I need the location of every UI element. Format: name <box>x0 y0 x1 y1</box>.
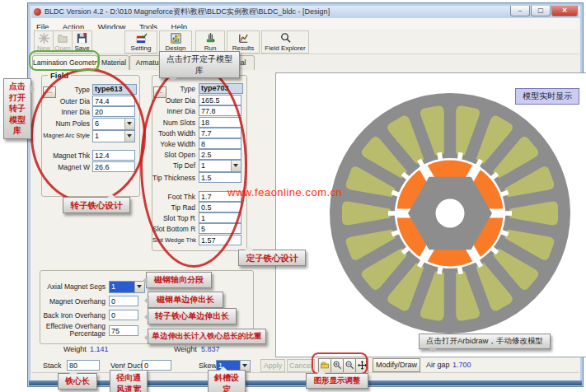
main-toolbar: New Open Save Setting Design Run <box>31 29 579 54</box>
tooth-width-input[interactable] <box>199 128 241 138</box>
tip-thickness-input[interactable] <box>199 172 241 183</box>
back-iron-overhang-input[interactable] <box>109 310 138 320</box>
screenshot-page: BLDC Version 4.2 - D:\010 Magneforce资料\教… <box>0 0 586 392</box>
cancel-button[interactable]: Cancel <box>287 359 315 372</box>
maximize-button[interactable]: ▢ <box>531 6 551 16</box>
tab-bar: Lamination Geometry Material Armature Wi… <box>31 54 579 71</box>
slot-bottom-r-input[interactable] <box>199 223 241 234</box>
field-row-magnet-w: Magnet W <box>42 161 139 172</box>
magnet-overhang-input[interactable] <box>109 296 138 306</box>
field-row-num-poles: Num Poles 6 <box>42 118 139 128</box>
armature-outer-dia-input[interactable] <box>199 95 241 105</box>
armature-row-tip-thickness: Tip Thickness <box>152 172 246 183</box>
stack-length-callout: 铁心长 <box>58 373 97 390</box>
client-area: Field ... Type type613 Outer Dia Inner D… <box>31 71 579 370</box>
armature-row-inner-dia: Inner Dia <box>152 105 246 116</box>
airgap-value: 1.700 <box>452 361 471 369</box>
open-button[interactable]: Open <box>53 30 73 54</box>
backiron-overhang-callout: 转子铁心单边伸出长 <box>148 308 237 324</box>
tip-def-combo[interactable]: 1 <box>199 160 241 172</box>
stack-label: Stack <box>43 362 62 370</box>
new-icon <box>35 32 53 44</box>
field-inner-dia-input[interactable] <box>92 106 135 117</box>
armature-group: Armature ... Type type703 Outer Dia Inne… <box>152 75 247 251</box>
minimize-button[interactable]: – <box>510 6 530 16</box>
armature-row-slot-bottom-r: Slot Bottom R <box>152 223 246 234</box>
field-row-outer-dia: Outer Dia <box>42 96 139 106</box>
skew-label: Skew <box>199 362 217 370</box>
num-slots-input[interactable] <box>199 117 241 128</box>
armature-row-yoke-width: Yoke Width <box>152 138 246 149</box>
slot-open-input[interactable] <box>199 149 241 160</box>
armature-row-slot-open: Slot Open <box>152 149 246 160</box>
model-canvas: ▲ ▼ 模型实时显示 <box>275 72 586 357</box>
design-icon <box>160 32 191 44</box>
armature-row-tip-rad: Tip Rad <box>152 202 246 212</box>
field-outer-dia-input[interactable] <box>92 96 135 106</box>
field-row-magnet-arc-style: Magnet Arc Style 1 <box>42 130 139 141</box>
yoke-width-input[interactable] <box>199 138 241 149</box>
armature-row-type: Type type703 <box>152 83 246 94</box>
armature-row-slot-top-r: Slot Top R <box>152 212 246 223</box>
results-button[interactable]: Results <box>227 30 260 54</box>
armature-row-tip-def: Tip Def 1 <box>152 160 246 170</box>
motor-cross-section <box>326 90 574 337</box>
field-weight-label: Weight <box>63 345 87 353</box>
save-button[interactable]: Save <box>72 30 92 54</box>
new-button[interactable]: New <box>34 30 54 54</box>
axial-seg-callout: 磁钢轴向分段 <box>146 272 212 288</box>
open-icon <box>54 32 72 44</box>
window-controls: – ▢ ✕ <box>509 6 578 16</box>
apply-button[interactable]: Apply <box>260 359 285 372</box>
app-icon <box>34 8 41 16</box>
design-button[interactable]: Design <box>159 30 192 54</box>
armature-row-outer-dia: Outer Dia <box>152 95 246 105</box>
modify-draw-button[interactable]: Modify/Draw <box>373 358 420 372</box>
armature-row-slot-wedge-thk: Slot Wedge Thk <box>152 235 246 245</box>
magnet-overhang-callout: 磁钢单边伸出长 <box>148 292 223 308</box>
armature-type-value[interactable]: type703 <box>199 83 243 94</box>
armature-inner-dia-input[interactable] <box>199 105 241 116</box>
stator-lib-tooltip: 点击打开定子模型库 <box>159 51 240 78</box>
field-row-type: Type type613 <box>42 84 139 95</box>
close-button[interactable]: ✕ <box>551 6 578 16</box>
field-weight-value: 1.141 <box>90 345 109 353</box>
run-icon <box>196 32 224 44</box>
field-group-title: Field <box>48 71 71 80</box>
window-title: BLDC Version 4.2 - D:\010 Magneforce资料\教… <box>45 7 330 17</box>
tab-lamination-geometry[interactable]: Lamination Geometry <box>32 55 98 70</box>
armature-weight-value: 5.837 <box>201 345 220 353</box>
pan-icon <box>358 361 367 370</box>
chevron-down-icon[interactable] <box>124 131 134 142</box>
tab-material[interactable]: Material <box>98 55 129 70</box>
setting-button[interactable]: Setting <box>124 30 157 54</box>
title-bar[interactable]: BLDC Version 4.2 - D:\010 Magneforce资料\教… <box>31 6 579 18</box>
rotor-design-callout: 转子铁心设计 <box>63 197 130 213</box>
field-type-value[interactable]: type613 <box>92 84 137 95</box>
airgap-label: Air gap <box>426 361 450 369</box>
run-button[interactable]: Run <box>195 30 225 54</box>
effective-overhang-input[interactable] <box>109 325 138 336</box>
rotor-lib-callout: 点击打开转子模型库 <box>3 78 31 139</box>
slot-top-r-input[interactable] <box>199 212 241 223</box>
magnet-arc-style-combo[interactable]: 1 <box>92 130 135 142</box>
chevron-down-icon[interactable] <box>124 119 134 129</box>
watermark-text: www.feaonline.com.cn <box>227 186 342 198</box>
stator-design-callout: 定子铁心设计 <box>238 250 306 266</box>
overhang-pct-callout: 单边伸出长计入铁心总长的比重 <box>148 329 266 344</box>
magnifier-icon <box>262 32 308 44</box>
num-poles-combo[interactable]: 6 <box>92 118 135 130</box>
tip-rad-input[interactable] <box>199 202 241 212</box>
realtime-model-label: 模型实时显示 <box>515 88 579 105</box>
slot-wedge-thk-input[interactable] <box>199 235 241 245</box>
arbidraw-tooltip: 点击打开Arbidraw，手动修改模型 <box>419 334 551 349</box>
shaft-hole <box>436 199 465 228</box>
magnet-thk-input[interactable] <box>92 150 135 161</box>
save-icon <box>73 32 91 44</box>
magnet-w-input[interactable] <box>92 161 135 172</box>
field-row-inner-dia: Inner Dia <box>42 106 139 117</box>
skew-set-callout: 斜槽设定 <box>208 370 246 392</box>
field-explorer-button[interactable]: Field Explorer <box>261 30 309 54</box>
setting-icon <box>125 32 157 44</box>
chevron-down-icon[interactable] <box>231 161 241 171</box>
